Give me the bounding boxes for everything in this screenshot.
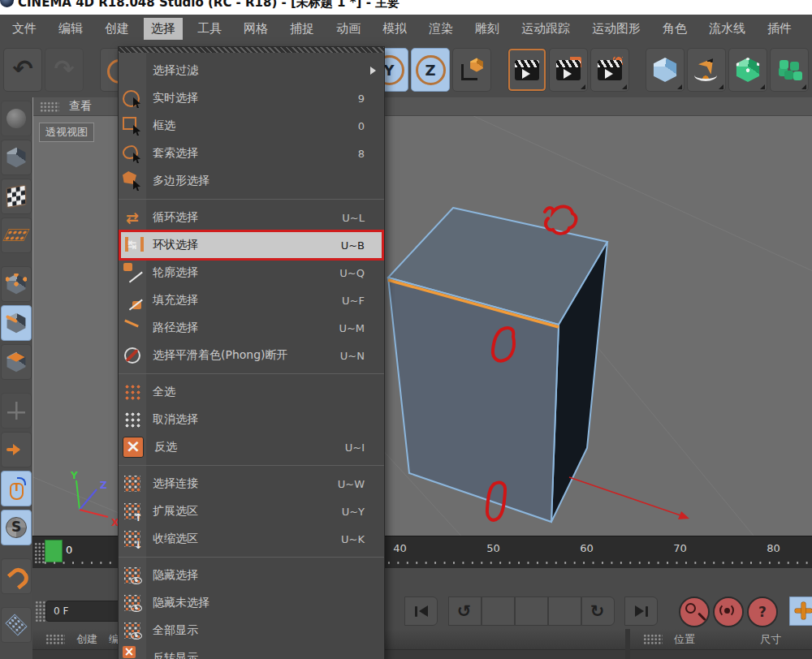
coord-system-button[interactable] (452, 48, 491, 92)
diamond-grid (5, 614, 28, 636)
menu-item[interactable]: 填充选择 U~F (119, 286, 384, 314)
move-tool-button[interactable] (789, 597, 812, 626)
menu-item[interactable]: 反转显示 (119, 644, 384, 659)
deselect-all (123, 410, 142, 429)
autokey-button[interactable] (713, 597, 744, 627)
menu-item-label: 取消选择 (153, 412, 198, 427)
texture-mode-button[interactable] (1, 179, 32, 214)
model-mode-button[interactable] (1, 140, 32, 175)
coord-cube (459, 57, 485, 83)
menubar-item[interactable]: 流水线 (702, 18, 753, 40)
render-picture-viewer-button[interactable] (549, 48, 588, 92)
menu-item[interactable]: 套索选择 8 (119, 140, 384, 167)
timeline-playhead[interactable] (45, 540, 63, 562)
menubar-item[interactable]: X-Particle (806, 18, 812, 39)
redo-button[interactable] (45, 48, 84, 92)
menubar-item[interactable]: 雕刻 (468, 18, 507, 40)
menu-item[interactable]: 反选 U~I (119, 433, 384, 461)
deformers-button[interactable] (770, 48, 809, 92)
viewport-grip[interactable] (40, 101, 59, 112)
coords-position-label[interactable]: 位置 (674, 632, 695, 647)
polygon-mode-button[interactable] (1, 344, 32, 380)
panel-grip[interactable] (45, 634, 65, 644)
menubar-item[interactable]: 运动图形 (585, 18, 648, 40)
workplane-mode-button[interactable] (1, 218, 32, 253)
z-axis-button[interactable]: Z (411, 48, 450, 92)
menubar-item[interactable]: 模拟 (375, 18, 414, 40)
record-key-button[interactable] (679, 597, 710, 627)
menubar-item[interactable]: 选择 (144, 18, 183, 40)
convert-globe-button[interactable] (1, 101, 32, 136)
bar-icon (646, 606, 648, 617)
menu-tear-off-grip[interactable] (119, 47, 384, 53)
menu-item[interactable]: 隐藏选择 (119, 562, 384, 589)
grow-selection (123, 502, 142, 521)
viewport-view-menu[interactable]: 查看 (69, 99, 92, 114)
prev-key-button[interactable] (448, 597, 482, 626)
menu-item-shortcut: 0 (327, 120, 376, 132)
viewport-label: 透视视图 (39, 123, 94, 142)
prev-frame-button[interactable] (482, 597, 515, 626)
next-frame-button[interactable] (548, 597, 581, 626)
coords-size-label[interactable]: 尺寸 (760, 632, 781, 647)
menu-item[interactable]: 轮廓选择 U~Q (119, 259, 384, 286)
cube-object[interactable] (388, 208, 607, 522)
menubar-item[interactable]: 插件 (760, 18, 799, 40)
axis-mode-button[interactable] (1, 393, 32, 429)
menu-item[interactable]: 取消选择 (119, 406, 384, 433)
menubar-item[interactable]: 编辑 (51, 18, 90, 40)
menubar-item[interactable]: 运动跟踪 (514, 18, 577, 40)
tweak-mode-button[interactable] (1, 471, 32, 506)
magnet-snap-button[interactable] (1, 558, 32, 594)
cube-poly (5, 351, 28, 373)
menu-item[interactable]: 选择平滑着色(Phong)断开 U~N (119, 342, 384, 369)
next-key-button[interactable] (581, 597, 615, 626)
enable-axis-button[interactable] (1, 432, 32, 467)
render-settings-button[interactable] (590, 48, 629, 92)
menubar-item[interactable]: 捕捉 (283, 18, 322, 40)
menubar-item[interactable]: 网格 (236, 18, 275, 40)
points-mode-button[interactable] (1, 266, 32, 302)
transport-grip[interactable] (35, 601, 45, 622)
menu-item[interactable]: 全选 (119, 378, 384, 406)
menu-item[interactable]: 框选 0 (119, 112, 384, 140)
current-frame-field[interactable]: 0 F (45, 601, 126, 622)
panel-grip[interactable] (643, 634, 663, 644)
menu-item-label: 选择连接 (153, 476, 198, 491)
cube-model (5, 146, 28, 169)
green-cluster (776, 57, 802, 83)
primitive-cube-button[interactable] (646, 48, 685, 92)
menu-item[interactable]: 选择过滤 (119, 57, 384, 84)
menubar-item[interactable]: 角色 (655, 18, 694, 40)
menu-item[interactable]: 多边形选择 (119, 167, 384, 195)
play-button[interactable] (515, 597, 548, 626)
menu-item[interactable]: 扩展选区 U~Y (119, 497, 384, 525)
render-view-button[interactable] (508, 48, 546, 92)
menubar-item[interactable]: 动画 (329, 18, 368, 40)
toolbar-group (646, 48, 809, 92)
material-menu-create[interactable]: 创建 (76, 632, 97, 647)
menu-item[interactable]: 循环选择 U~L (119, 204, 384, 231)
menu-item-shortcut: U~M (327, 322, 376, 334)
menu-item[interactable]: 隐藏未选择 (119, 589, 384, 617)
menu-item[interactable]: 路径选择 U~M (119, 314, 384, 342)
workplane-grid-button[interactable] (1, 607, 32, 643)
menu-item[interactable]: 选择连接 U~W (119, 470, 384, 497)
menu-item[interactable]: 全部显示 (119, 617, 384, 644)
help-button[interactable]: ? (747, 597, 778, 627)
snap-settings-button[interactable]: S (1, 510, 32, 545)
menubar-item[interactable]: 工具 (190, 18, 229, 40)
menu-item-label: 全选 (153, 385, 175, 399)
menu-item[interactable]: 实时选择 9 (119, 84, 384, 112)
menu-item[interactable]: 收缩选区 U~K (119, 525, 384, 553)
menubar-item[interactable]: 文件 (5, 18, 44, 40)
generators-button[interactable] (728, 48, 767, 92)
undo-button[interactable] (3, 48, 42, 92)
menubar-item[interactable]: 渲染 (421, 18, 460, 40)
edge-mode-button[interactable] (1, 305, 32, 341)
goto-end-button[interactable] (624, 597, 658, 626)
menubar-item[interactable]: 创建 (97, 18, 136, 40)
goto-start-button[interactable] (404, 597, 438, 626)
spline-pen-button[interactable] (687, 48, 726, 92)
menu-item[interactable]: 环状选择 U~B (119, 231, 384, 259)
